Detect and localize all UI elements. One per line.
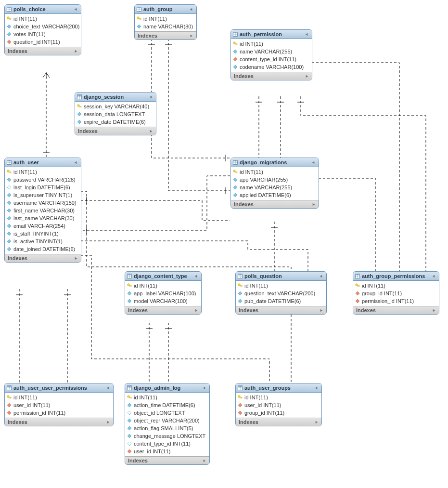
column[interactable]: is_active TINYINT(1) bbox=[5, 237, 81, 245]
column[interactable]: first_name VARCHAR(30) bbox=[5, 207, 81, 214]
table-django_session[interactable]: django_session session_key VARCHAR(40) s… bbox=[75, 92, 156, 135]
table-django_content_type[interactable]: django_content_type id INT(11) app_label… bbox=[125, 271, 202, 315]
indexes-section[interactable]: Indexes bbox=[75, 127, 156, 135]
table-auth_user_groups[interactable]: auth_user_groups id INT(11) user_id INT(… bbox=[235, 383, 322, 426]
table-header[interactable]: auth_group_permissions bbox=[353, 272, 439, 281]
column[interactable]: user_id INT(11) bbox=[236, 401, 321, 409]
indexes-section[interactable]: Indexes bbox=[5, 47, 81, 55]
expand-icon[interactable] bbox=[194, 308, 198, 313]
column[interactable]: action_flag SMALLINT(5) bbox=[125, 424, 209, 432]
column[interactable]: is_superuser TINYINT(1) bbox=[5, 191, 81, 199]
column[interactable]: action_time DATETIME(6) bbox=[125, 401, 209, 409]
indexes-section[interactable]: Indexes bbox=[353, 306, 439, 314]
table-auth_group_permissions[interactable]: auth_group_permissions id INT(11) group_… bbox=[353, 271, 439, 315]
column[interactable]: id INT(11) bbox=[231, 40, 312, 48]
column[interactable]: id INT(11) bbox=[125, 282, 201, 290]
column[interactable]: session_data LONGTEXT bbox=[75, 110, 156, 118]
expand-icon[interactable] bbox=[311, 202, 316, 207]
column[interactable]: password VARCHAR(128) bbox=[5, 176, 81, 184]
column[interactable]: question_text VARCHAR(200) bbox=[236, 290, 326, 297]
table-header[interactable]: auth_user bbox=[5, 158, 81, 167]
table-header[interactable]: django_admin_log bbox=[125, 383, 209, 393]
expand-icon[interactable] bbox=[106, 420, 110, 424]
indexes-section[interactable]: Indexes bbox=[231, 200, 319, 208]
indexes-section[interactable]: Indexes bbox=[5, 418, 113, 426]
indexes-section[interactable]: Indexes bbox=[236, 418, 321, 426]
indexes-section[interactable]: Indexes bbox=[125, 456, 209, 464]
column[interactable]: name VARCHAR(80) bbox=[135, 23, 196, 30]
column[interactable]: user_id INT(11) bbox=[125, 448, 209, 455]
column[interactable]: codename VARCHAR(100) bbox=[231, 63, 312, 71]
column[interactable]: model VARCHAR(100) bbox=[125, 297, 201, 305]
table-auth_group[interactable]: auth_group id INT(11) name VARCHAR(80)In… bbox=[134, 4, 197, 40]
column[interactable]: object_repr VARCHAR(200) bbox=[125, 417, 209, 424]
column[interactable]: id INT(11) bbox=[5, 394, 113, 401]
collapse-icon[interactable] bbox=[194, 274, 198, 278]
collapse-icon[interactable] bbox=[202, 386, 206, 390]
table-header[interactable]: auth_permission bbox=[231, 30, 312, 39]
column[interactable]: id INT(11) bbox=[236, 282, 326, 290]
table-header[interactable]: auth_group bbox=[135, 5, 196, 14]
indexes-section[interactable]: Indexes bbox=[125, 306, 201, 314]
expand-icon[interactable] bbox=[319, 308, 323, 313]
column[interactable]: id INT(11) bbox=[5, 15, 81, 23]
column[interactable]: expire_date DATETIME(6) bbox=[75, 118, 156, 126]
table-header[interactable]: auth_user_user_permissions bbox=[5, 383, 113, 393]
table-header[interactable]: polls_choice bbox=[5, 5, 81, 14]
table-django_migrations[interactable]: django_migrations id INT(11) app VARCHAR… bbox=[230, 158, 319, 209]
column[interactable]: id INT(11) bbox=[135, 15, 196, 23]
column[interactable]: group_id INT(11) bbox=[236, 409, 321, 417]
table-polls_question[interactable]: polls_question id INT(11) question_text … bbox=[235, 271, 327, 315]
collapse-icon[interactable] bbox=[432, 274, 436, 278]
column[interactable]: last_name VARCHAR(30) bbox=[5, 214, 81, 222]
collapse-icon[interactable] bbox=[311, 160, 316, 165]
column[interactable]: session_key VARCHAR(40) bbox=[75, 103, 156, 110]
column[interactable]: group_id INT(11) bbox=[353, 290, 439, 297]
column[interactable]: is_staff TINYINT(1) bbox=[5, 230, 81, 237]
column[interactable]: change_message LONGTEXT bbox=[125, 432, 209, 440]
column[interactable]: question_id INT(11) bbox=[5, 38, 81, 46]
indexes-section[interactable]: Indexes bbox=[135, 31, 196, 40]
column[interactable]: email VARCHAR(254) bbox=[5, 222, 81, 230]
expand-icon[interactable] bbox=[314, 420, 319, 424]
expand-icon[interactable] bbox=[74, 256, 78, 261]
column[interactable]: id INT(11) bbox=[231, 168, 319, 176]
column[interactable]: object_id LONGTEXT bbox=[125, 409, 209, 417]
column[interactable]: id INT(11) bbox=[125, 394, 209, 401]
table-header[interactable]: django_session bbox=[75, 92, 156, 102]
column[interactable]: user_id INT(11) bbox=[5, 401, 113, 409]
collapse-icon[interactable] bbox=[189, 7, 193, 12]
column[interactable]: username VARCHAR(150) bbox=[5, 199, 81, 207]
column[interactable]: content_type_id INT(11) bbox=[125, 440, 209, 448]
column[interactable]: id INT(11) bbox=[353, 282, 439, 290]
table-header[interactable]: auth_user_groups bbox=[236, 383, 321, 393]
collapse-icon[interactable] bbox=[74, 160, 78, 165]
table-header[interactable]: django_content_type bbox=[125, 272, 201, 281]
expand-icon[interactable] bbox=[74, 49, 78, 53]
collapse-icon[interactable] bbox=[314, 386, 319, 390]
column[interactable]: permission_id INT(11) bbox=[5, 409, 113, 417]
column[interactable]: name VARCHAR(255) bbox=[231, 48, 312, 55]
table-header[interactable]: polls_question bbox=[236, 272, 326, 281]
collapse-icon[interactable] bbox=[74, 7, 78, 12]
column[interactable]: pub_date DATETIME(6) bbox=[236, 297, 326, 305]
table-django_admin_log[interactable]: django_admin_log id INT(11) action_time … bbox=[125, 383, 210, 465]
column[interactable]: date_joined DATETIME(6) bbox=[5, 245, 81, 253]
column[interactable]: name VARCHAR(255) bbox=[231, 184, 319, 191]
collapse-icon[interactable] bbox=[149, 95, 153, 99]
collapse-icon[interactable] bbox=[319, 274, 323, 278]
expand-icon[interactable] bbox=[432, 308, 436, 313]
column[interactable]: choice_text VARCHAR(200) bbox=[5, 23, 81, 30]
column[interactable]: applied DATETIME(6) bbox=[231, 191, 319, 199]
column[interactable]: id INT(11) bbox=[5, 168, 81, 176]
collapse-icon[interactable] bbox=[106, 386, 110, 390]
table-polls_choice[interactable]: polls_choice id INT(11) choice_text VARC… bbox=[4, 4, 81, 55]
collapse-icon[interactable] bbox=[305, 32, 309, 37]
column[interactable]: last_login DATETIME(6) bbox=[5, 184, 81, 191]
indexes-section[interactable]: Indexes bbox=[236, 306, 326, 314]
column[interactable]: permission_id INT(11) bbox=[353, 297, 439, 305]
table-auth_user_user_permissions[interactable]: auth_user_user_permissions id INT(11) us… bbox=[4, 383, 114, 426]
column[interactable]: content_type_id INT(11) bbox=[231, 55, 312, 63]
table-auth_user[interactable]: auth_user id INT(11) password VARCHAR(12… bbox=[4, 158, 81, 263]
expand-icon[interactable] bbox=[189, 34, 193, 38]
